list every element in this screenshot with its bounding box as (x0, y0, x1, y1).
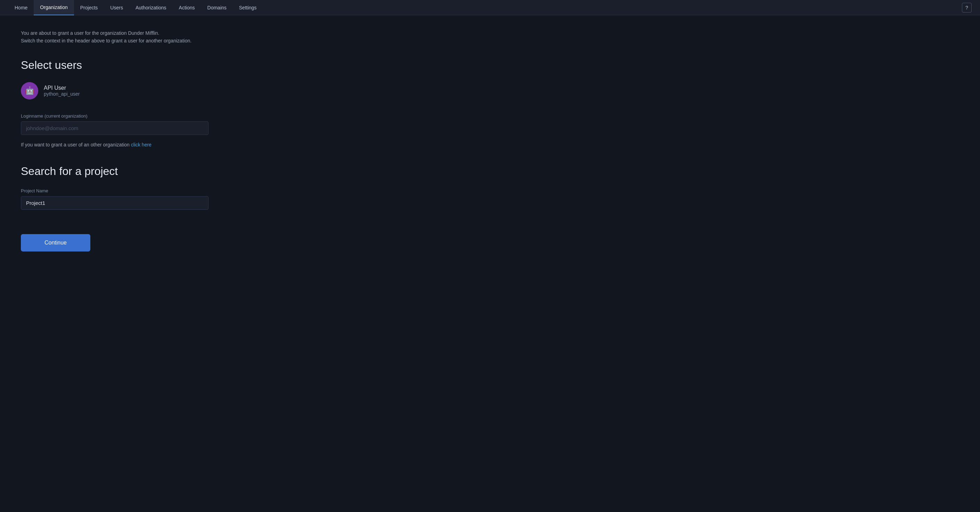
nav-home[interactable]: Home (8, 0, 34, 15)
project-name-field-group: Project Name (21, 188, 292, 210)
nav-domains[interactable]: Domains (201, 0, 233, 15)
avatar: 🤖 (21, 82, 38, 99)
user-login-text: python_api_user (44, 91, 80, 97)
loginname-label: Loginname (current organization) (21, 113, 292, 119)
nav-projects[interactable]: Projects (74, 0, 104, 15)
nav-settings[interactable]: Settings (233, 0, 263, 15)
nav-organization[interactable]: Organization (34, 0, 74, 15)
continue-button[interactable]: Continue (21, 234, 91, 252)
search-project-title: Search for a project (21, 165, 292, 178)
loginname-input[interactable] (21, 121, 208, 135)
info-text: You are about to grant a user for the or… (21, 29, 292, 45)
avatar-icon: 🤖 (25, 86, 34, 95)
info-line1: You are about to grant a user for the or… (21, 29, 292, 37)
main-content: You are about to grant a user for the or… (0, 15, 313, 265)
nav-actions[interactable]: Actions (173, 0, 201, 15)
hint-text: If you want to grant a user of an other … (21, 142, 292, 147)
project-name-label: Project Name (21, 188, 292, 193)
click-here-link[interactable]: click here (131, 142, 151, 147)
select-users-title: Select users (21, 59, 292, 72)
user-name: API User (44, 85, 80, 91)
user-card: 🤖 API User python_api_user (21, 82, 292, 99)
loginname-field-group: Loginname (current organization) (21, 113, 292, 135)
help-button[interactable]: ? (962, 3, 972, 13)
search-section: Search for a project Project Name (21, 165, 292, 210)
user-info: API User python_api_user (44, 85, 80, 97)
navbar: Home Organization Projects Users Authori… (0, 0, 980, 15)
nav-users[interactable]: Users (104, 0, 129, 15)
nav-authorizations[interactable]: Authorizations (129, 0, 173, 15)
project-name-input[interactable] (21, 196, 208, 210)
nav-items: Home Organization Projects Users Authori… (8, 0, 962, 15)
hint-prefix: If you want to grant a user of an other … (21, 142, 131, 147)
info-line2: Switch the context in the header above t… (21, 37, 292, 45)
